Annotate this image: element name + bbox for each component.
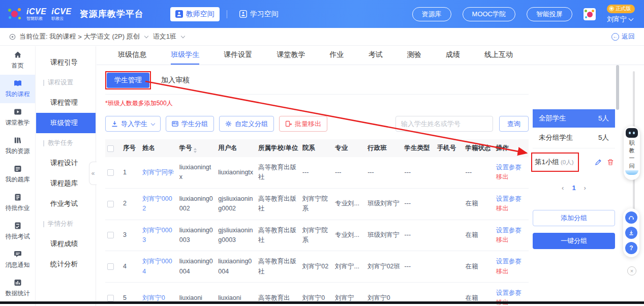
app-shortcut-icon[interactable]	[584, 8, 596, 20]
smart-cast-button[interactable]: 智能投屏	[527, 7, 572, 21]
help-question-icon[interactable]: ?	[625, 242, 637, 254]
add-group-button[interactable]: 添加分组	[533, 210, 615, 226]
set-contest-link[interactable]: 设置参赛	[496, 164, 522, 171]
all-students-row[interactable]: 全部学生5人	[533, 109, 615, 128]
download-icon	[111, 120, 118, 127]
group-icon	[172, 120, 178, 127]
row-checkbox[interactable]	[107, 263, 114, 270]
batch-remove-button[interactable]: 批量移出	[279, 116, 327, 132]
student-grouping-button[interactable]: 学生分组	[166, 116, 214, 132]
sidebar-item-classroom-teaching[interactable]: 课堂教学	[0, 103, 35, 132]
table-cell: 刘宵宁0003	[140, 220, 177, 251]
page-number[interactable]: 1	[572, 184, 575, 192]
close-floating-toolbar-icon[interactable]: ×	[627, 266, 636, 276]
row-checkbox[interactable]	[107, 232, 114, 238]
breadcrumb-course-select[interactable]: 大学语文 (2P) 原创	[84, 32, 140, 41]
resource-library-button[interactable]: 资源库	[412, 7, 451, 21]
submenu-item-statistics-analysis[interactable]: 统计分析	[36, 254, 96, 274]
student-icon	[239, 10, 247, 18]
student-name-link[interactable]: 刘宵宁0002	[142, 195, 172, 212]
sort-icon[interactable]	[194, 148, 197, 153]
sidebar-collapse-handle[interactable]: «	[89, 162, 97, 185]
next-page-button[interactable]: ›	[584, 184, 586, 192]
student-search-input[interactable]	[395, 116, 493, 132]
back-button[interactable]: ← 返回	[611, 32, 635, 41]
download-cloud-icon[interactable]	[625, 227, 637, 239]
student-name-link[interactable]: 刘宵宁0003	[142, 227, 172, 243]
tab-courseware-settings[interactable]: 课件设置	[224, 46, 252, 65]
submenu-item-course-guide[interactable]: 课程引导	[36, 52, 96, 73]
trash-icon[interactable]	[607, 159, 614, 166]
subtab-student-management[interactable]: 学生管理	[107, 73, 149, 88]
submenu-item-class-management[interactable]: 班级管理	[36, 113, 96, 133]
import-students-button[interactable]: 导入学生	[105, 116, 161, 132]
tab-class-info[interactable]: 班级信息	[118, 46, 146, 65]
submenu-item-course-design[interactable]: 课程设计	[36, 153, 96, 173]
app-window: iCVE智慧职教 iCVE职教云 资源库教学平台 教师空间 学习空间 资源库 M…	[0, 0, 644, 306]
prev-page-button[interactable]: ‹	[562, 184, 564, 192]
chevron-down-icon	[144, 34, 148, 38]
remove-link[interactable]: 移出	[496, 205, 509, 212]
tab-homework[interactable]: 作业	[330, 46, 344, 65]
table-cell: 4	[121, 251, 140, 283]
submenu-item-course-management[interactable]: 课程管理	[36, 93, 96, 113]
main-scrollbar-thumb[interactable]	[616, 65, 619, 110]
sidebar-item-home[interactable]: 首页	[0, 46, 35, 75]
sidebar-item-my-courses[interactable]: 我的课程	[0, 75, 35, 103]
submenu-item-course-grades[interactable]: 课程成绩	[36, 234, 96, 254]
tab-classroom-teaching[interactable]: 课堂教学	[277, 46, 305, 65]
table-cell	[435, 220, 464, 251]
sidebar-item-pending-homework[interactable]: 待批作业	[0, 189, 35, 217]
remove-link[interactable]: 移出	[496, 173, 509, 180]
table-cell: 设置参赛移出	[494, 188, 529, 220]
col-phone: 手机号	[435, 139, 464, 157]
sidebar-item-data-statistics[interactable]: 数据统计	[0, 274, 35, 302]
remove-link[interactable]: 移出	[496, 236, 509, 243]
sidebar-item-my-resources[interactable]: 我的资源	[0, 132, 35, 160]
custom-grouping-button[interactable]: 自定义分组	[219, 116, 274, 132]
select-all-checkbox[interactable]	[107, 145, 114, 152]
tab-exam[interactable]: 考试	[369, 46, 383, 65]
annotation-box-group1: 第1小组 (0人)	[531, 152, 579, 172]
table-cell: 专业刘...	[333, 188, 365, 220]
student-name-link[interactable]: 刘宵宁0004	[142, 258, 172, 274]
user-menu[interactable]: 刘宵宁	[607, 15, 633, 24]
subtab-join-audit[interactable]: 加入审核	[161, 76, 190, 85]
one-click-group-button[interactable]: 一键分组	[533, 233, 615, 249]
ungrouped-students-row[interactable]: 未分组学生5人	[533, 128, 615, 148]
table-cell: 2	[121, 188, 140, 220]
set-contest-link[interactable]: 设置参赛	[496, 227, 522, 234]
edit-icon[interactable]	[595, 159, 602, 166]
sidebar-item-notifications[interactable]: 消息通知	[0, 246, 35, 274]
set-contest-link[interactable]: 设置参赛	[496, 258, 522, 265]
student-name-link[interactable]: 刘宵宁同学	[142, 169, 174, 176]
tab-online-interaction[interactable]: 线上互动	[484, 46, 513, 65]
submenu-item-homework-exam[interactable]: 作业考试	[36, 194, 96, 214]
row-checkbox[interactable]	[107, 201, 114, 207]
set-contest-link[interactable]: 设置参赛	[496, 195, 522, 202]
row-checkbox[interactable]	[107, 295, 114, 301]
remove-link[interactable]: 移出	[496, 268, 509, 275]
assistant-label: 职教一问	[629, 139, 635, 169]
assistant-widget[interactable]: 职教一问	[624, 126, 640, 180]
set-contest-link[interactable]: 设置参赛	[496, 289, 522, 296]
breadcrumb-class-select[interactable]: 语文1班	[153, 32, 176, 41]
submenu-item-course-question-bank[interactable]: 课程题库	[36, 173, 96, 194]
teacher-space-button[interactable]: 教师空间	[170, 7, 220, 21]
support-headset-icon[interactable]	[625, 211, 637, 224]
student-name-link[interactable]: 刘宵宁0	[142, 294, 165, 301]
tab-quiz[interactable]: 测验	[407, 46, 421, 65]
sidebar-item-my-question-bank[interactable]: 我的题库	[0, 160, 35, 189]
group-row[interactable]: 第1小组 (0人)	[533, 148, 615, 176]
mooc-college-button[interactable]: MOOC学院	[463, 7, 515, 21]
breadcrumb-location: 当前位置: 我的课程	[19, 32, 76, 41]
query-button[interactable]: 查询	[499, 116, 529, 132]
col-student-id[interactable]: 学号	[177, 139, 217, 157]
sidebar-item-pending-exams[interactable]: 待批考试	[0, 217, 35, 246]
table-cell: 班级刘宵宁	[365, 220, 402, 251]
student-space-button[interactable]: 学习空间	[234, 7, 284, 21]
tab-class-students[interactable]: 班级学生	[171, 46, 199, 65]
table-cell: ---	[403, 157, 435, 188]
row-checkbox[interactable]	[107, 169, 114, 176]
tab-grades[interactable]: 成绩	[446, 46, 460, 65]
